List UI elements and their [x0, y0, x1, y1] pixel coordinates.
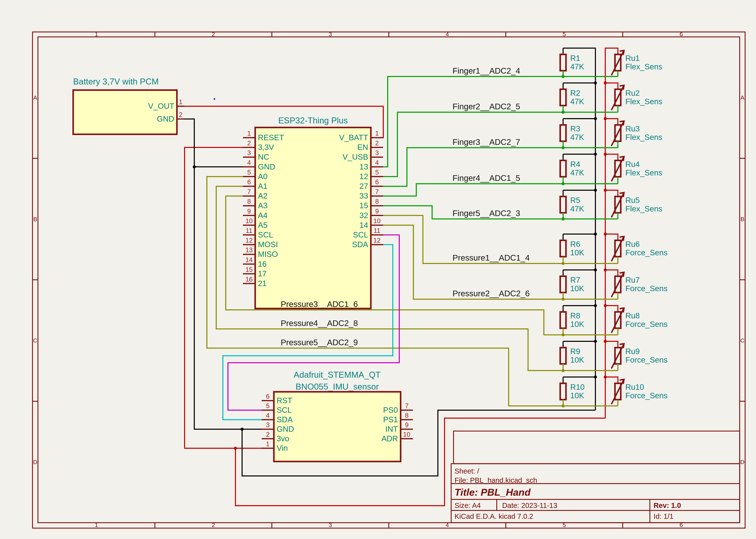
ladder-row-R5[interactable]: R547KRu5Flex_Sens	[560, 189, 662, 220]
component-esp32[interactable]: ESP32-Thing Plus1RESET23,3V3NC4GND5A06A1…	[243, 116, 383, 309]
pin-number: 5	[375, 169, 379, 176]
net-label-pressure5[interactable]: Pressure5__ADC2_9	[281, 338, 358, 347]
pin-name: 27	[359, 182, 368, 191]
ladder-row-R1[interactable]: R147KRu1Flex_Sens	[560, 48, 662, 78]
net-label-pressure1[interactable]: Pressure1__ADC1_4	[452, 253, 530, 262]
sensor-value: Force_Sens	[625, 355, 668, 364]
pin-number: 11	[246, 227, 252, 234]
pin-name: SCL	[258, 230, 273, 239]
wire-rutop-Ru9[interactable]	[605, 341, 618, 347]
wire-rutop-Ru8[interactable]	[605, 306, 618, 312]
frame-column-label: 2	[212, 31, 215, 38]
resistor-value: 47K	[570, 204, 584, 213]
battery-title: Battery 3,7V with PCM	[73, 77, 159, 86]
sensor-ref: Ru7	[625, 275, 640, 284]
ladder-row-R4[interactable]: R447KRu4Flex_Sens	[560, 153, 662, 185]
pin-number: 11	[374, 227, 380, 234]
title-block-date: Date: 2023-11-13	[502, 501, 557, 509]
wire-rutop-Ru10[interactable]	[605, 377, 618, 383]
pin-number: 8	[405, 412, 409, 419]
pin-number: 9	[405, 422, 409, 428]
net-label-pressure4[interactable]: Pressure4__ADC2_8	[281, 319, 358, 328]
net-label-finger3[interactable]: Finger3__ADC2_7	[452, 137, 520, 146]
resistor-body-R9[interactable]	[560, 347, 566, 364]
resistor-value: 10K	[570, 355, 584, 364]
pin-number: 14	[245, 256, 253, 264]
frame-column-label: 3	[329, 522, 332, 528]
ladder-row-R8[interactable]: R810KRu8Force_Sens	[560, 304, 668, 337]
pin-number: 5	[266, 402, 269, 410]
pin-name: MISO	[258, 250, 278, 259]
frame-row-label: A	[33, 94, 37, 101]
sensor-ref: Ru4	[625, 160, 640, 169]
wire-rutop-Ru6[interactable]	[605, 234, 618, 240]
resistor-body-R6[interactable]	[560, 240, 566, 257]
pin-name: 3vo	[277, 434, 289, 443]
component-battery[interactable]: Battery 3,7V with PCM1V_OUT2GND	[73, 77, 184, 134]
component-bno055[interactable]: Adafruit_STEMMA_QTBNO055_IMU_sensor6RST5…	[262, 370, 413, 461]
wire-vcc-bus[interactable]	[605, 48, 618, 418]
pin-number: 1	[266, 440, 269, 447]
resistor-body-R3[interactable]	[560, 125, 566, 141]
resistor-body-R10[interactable]	[560, 383, 566, 400]
battery-body[interactable]	[73, 90, 177, 134]
pin-number: 7	[247, 188, 251, 195]
ladder-row-R3[interactable]: R347KRu3Flex_Sens	[560, 117, 662, 149]
pin-name: EN	[357, 143, 368, 152]
title-block-id: Id: 1/1	[654, 512, 674, 520]
resistor-body-R8[interactable]	[560, 312, 566, 328]
pin-number: 3	[247, 149, 251, 156]
net-label-finger5[interactable]: Finger5__ADC2_3	[452, 209, 520, 218]
pin-name: 21	[258, 279, 267, 288]
resistor-ref: R6	[570, 240, 580, 249]
ladder-row-R6[interactable]: R610KRu6Force_Sens	[560, 233, 668, 265]
wire-rutop-Ru1[interactable]	[605, 48, 618, 54]
wire-rutop-Ru3[interactable]	[605, 118, 618, 125]
wire-finger1-net[interactable]	[383, 76, 618, 167]
net-label-finger1[interactable]: Finger1__ADC2_4	[452, 66, 520, 75]
pin-number: 7	[405, 402, 409, 410]
pin-name: MOSI	[258, 240, 278, 249]
resistor-body-R7[interactable]	[560, 276, 566, 292]
pin-number: 3	[375, 149, 379, 156]
frame-row-label: B	[33, 216, 37, 222]
ladder-row-R9[interactable]: R910KRu9Force_Sens	[560, 340, 668, 372]
sensor-ref: Ru1	[625, 54, 640, 62]
resistor-body-R4[interactable]	[560, 160, 566, 177]
resistor-body-R5[interactable]	[560, 196, 566, 213]
pin-number: 7	[375, 188, 379, 195]
pin-number: 1	[179, 99, 182, 106]
pin-name: RESET	[258, 133, 284, 142]
wire-rutop-Ru7[interactable]	[605, 270, 618, 276]
resistor-value: 10K	[570, 248, 584, 257]
resistor-value: 10K	[570, 391, 584, 400]
junction-gnd-bus	[594, 304, 597, 307]
frame-row-label: C	[33, 337, 38, 344]
wire-rutop-Ru2[interactable]	[605, 83, 618, 89]
sensor-value: Flex_Sens	[625, 133, 662, 142]
pin-name: 17	[258, 269, 267, 278]
net-label-finger2[interactable]: Finger2__ADC2_5	[452, 102, 520, 111]
frame-row-label: C	[740, 337, 745, 344]
wire-rutop-Ru4[interactable]	[605, 154, 618, 160]
ladder-row-R2[interactable]: R247KRu2Flex_Sens	[560, 81, 662, 114]
pin-name: PS0	[383, 406, 398, 415]
ladder-row-R10[interactable]: R1010KRu10Force_Sens	[560, 375, 668, 408]
net-label-pressure3[interactable]: Pressure3__ADC1_6	[281, 300, 358, 309]
bno055-title-line2: BNO055_IMU_sensor	[296, 382, 379, 391]
ladder-row-R7[interactable]: R710KRu7Force_Sens	[560, 269, 668, 301]
junction-gnd-bus	[594, 269, 597, 271]
net-label-finger4[interactable]: Finger4__ADC1_5	[452, 174, 520, 183]
net-label-pressure2[interactable]: Pressure2__ADC2_6	[452, 289, 530, 298]
resistor-body-R1[interactable]	[560, 54, 566, 71]
resistor-body-R2[interactable]	[560, 89, 566, 106]
pin-number: 1	[247, 130, 251, 137]
junction-vin	[234, 447, 237, 450]
bno055-title-line1: Adafruit_STEMMA_QT	[294, 370, 381, 380]
wire-rutop-Ru5[interactable]	[605, 190, 618, 196]
schematic-canvas[interactable]: 112233445566AABBCCDDSheet: /File: PBL_ha…	[0, 0, 756, 539]
title-block-sheet: Sheet: /	[454, 467, 479, 475]
pin-number: 9	[247, 208, 251, 215]
pin-name: 16	[258, 260, 267, 269]
pin-name: INT	[385, 424, 398, 433]
